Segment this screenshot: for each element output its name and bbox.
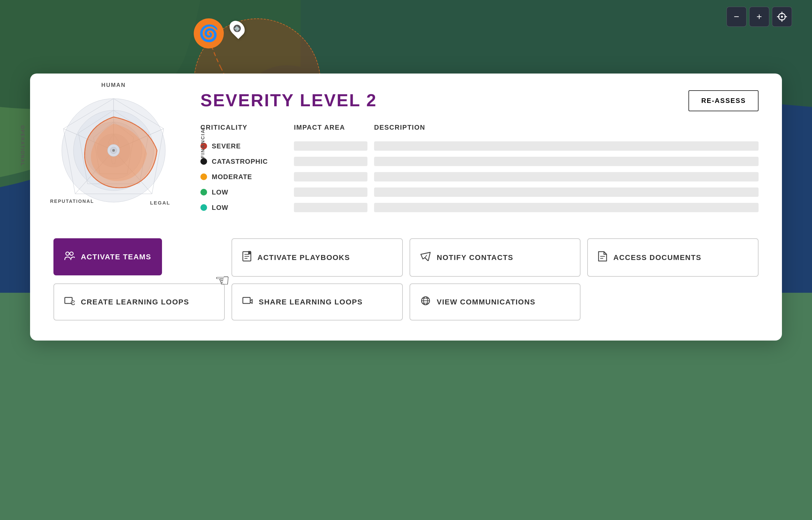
activate-playbooks-button[interactable]: ACTIVATE PLAYBOOKS — [232, 238, 403, 277]
notify-contacts-button[interactable]: NOTIFY CONTACTS — [409, 238, 581, 277]
desc-bar-moderate — [374, 172, 759, 181]
label-human: HUMAN — [101, 82, 126, 88]
impact-bar-low1 — [294, 187, 368, 197]
table-row: CATASTROPHIC — [200, 157, 759, 166]
access-documents-icon — [598, 251, 607, 264]
svg-rect-37 — [243, 297, 250, 304]
map-controls: − + — [727, 7, 792, 27]
action-buttons-row1: ACTIVATE TEAMS ☞ ACTIVATE PLAYBOOKS — [53, 238, 759, 277]
card-top-section: HUMAN FINANCIAL LEGAL REPUTATIONAL OPERA… — [53, 90, 759, 218]
label-operational: OPERATIONAL — [20, 125, 25, 166]
criticality-cell: CATASTROPHIC — [200, 158, 294, 165]
notify-contacts-icon — [420, 252, 431, 263]
svg-point-3 — [781, 16, 783, 18]
table-header: CRITICALITY IMPACT AREA DESCRIPTION — [200, 124, 759, 135]
create-learning-loops-label: CREATE LEARNING LOOPS — [81, 298, 189, 307]
share-learning-loops-button[interactable]: SHARE LEARNING LOOPS — [232, 283, 403, 320]
table-row: SEVERE — [200, 141, 759, 151]
access-documents-label: ACCESS DOCUMENTS — [613, 253, 701, 262]
criticality-label-catastrophic: CATASTROPHIC — [212, 158, 268, 165]
criticality-cell: LOW — [200, 188, 294, 196]
criticality-label-severe: SEVERE — [212, 142, 241, 150]
radar-svg — [53, 90, 174, 211]
svg-point-25 — [70, 252, 73, 255]
criticality-label-low2: LOW — [212, 204, 228, 211]
header-criticality: CRITICALITY — [200, 124, 294, 131]
view-communications-label: VIEW COMMUNICATIONS — [437, 298, 536, 307]
svg-line-32 — [425, 255, 427, 258]
activate-teams-button[interactable]: ACTIVATE TEAMS — [53, 238, 162, 276]
desc-bar-low1 — [374, 187, 759, 197]
desc-bar-low2 — [374, 203, 759, 212]
reassess-button[interactable]: RE-ASSESS — [688, 90, 759, 111]
svg-rect-30 — [248, 251, 251, 254]
desc-bar-severe — [374, 141, 759, 151]
activate-teams-icon — [64, 251, 75, 263]
svg-point-36 — [71, 301, 75, 305]
share-learning-loops-label: SHARE LEARNING LOOPS — [259, 298, 363, 307]
create-learning-loops-button[interactable]: CREATE LEARNING LOOPS — [53, 283, 225, 320]
severity-dot-moderate — [200, 174, 207, 180]
criticality-cell: LOW — [200, 204, 294, 211]
zoom-out-button[interactable]: − — [727, 7, 747, 27]
action-buttons-row2: CREATE LEARNING LOOPS SHARE LEARNING LOO… — [53, 283, 759, 320]
severity-dot-catastrophic — [200, 158, 207, 165]
activate-playbooks-label: ACTIVATE PLAYBOOKS — [258, 253, 350, 262]
severity-section: SEVERITY LEVEL 2 CRITICALITY IMPACT AREA… — [200, 90, 759, 218]
severity-table: CRITICALITY IMPACT AREA DESCRIPTION SEVE… — [200, 124, 759, 212]
share-learning-loops-icon — [242, 296, 253, 308]
severity-dot-low1 — [200, 189, 207, 196]
label-legal: LEGAL — [150, 200, 170, 206]
hurricane-marker: 🌀 — [194, 18, 224, 49]
svg-point-23 — [112, 149, 115, 152]
criticality-label-low1: LOW — [212, 188, 228, 196]
criticality-cell: MODERATE — [200, 173, 294, 181]
impact-bar-moderate — [294, 172, 368, 181]
criticality-label-moderate: MODERATE — [212, 173, 252, 181]
label-financial: FINANCIAL — [200, 125, 206, 158]
create-learning-loops-icon — [64, 296, 75, 308]
location-pin: 🏢 — [231, 20, 244, 37]
activate-teams-label: ACTIVATE TEAMS — [81, 253, 151, 261]
criticality-cell: SEVERE — [200, 142, 294, 150]
table-row: LOW — [200, 187, 759, 197]
view-communications-icon — [420, 296, 431, 308]
radar-chart-container: HUMAN FINANCIAL LEGAL REPUTATIONAL OPERA… — [53, 90, 174, 211]
impact-bar-severe — [294, 141, 368, 151]
main-card: RE-ASSESS — [30, 74, 782, 341]
hurricane-spiral-icon: 🌀 — [199, 24, 219, 43]
severity-title: SEVERITY LEVEL 2 — [200, 90, 759, 110]
header-impact-area: IMPACT AREA — [294, 124, 374, 131]
table-row: MODERATE — [200, 172, 759, 181]
header-description: DESCRIPTION — [374, 124, 759, 131]
label-reputational: REPUTATIONAL — [50, 199, 94, 204]
zoom-in-button[interactable]: + — [749, 7, 769, 27]
desc-bar-catastrophic — [374, 157, 759, 166]
svg-point-24 — [66, 252, 69, 255]
notify-contacts-label: NOTIFY CONTACTS — [437, 253, 513, 262]
table-row: LOW — [200, 203, 759, 212]
view-communications-button[interactable]: VIEW COMMUNICATIONS — [409, 283, 581, 320]
severity-dot-low2 — [200, 204, 207, 211]
empty-slot — [587, 283, 759, 320]
location-target-button[interactable] — [772, 7, 792, 27]
impact-bar-low2 — [294, 203, 368, 212]
impact-bar-catastrophic — [294, 157, 368, 166]
access-documents-button[interactable]: ACCESS DOCUMENTS — [587, 238, 759, 277]
pin-inner: 🏢 — [234, 25, 241, 32]
activate-playbooks-icon — [242, 251, 251, 264]
pin-building-icon: 🏢 — [234, 25, 241, 32]
